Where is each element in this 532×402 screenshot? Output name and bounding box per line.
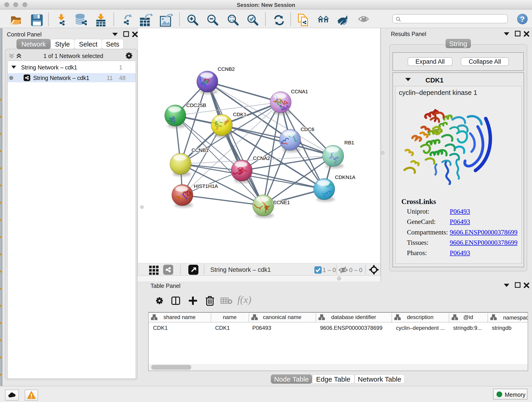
- svg-text:CCNE1: CCNE1: [273, 200, 290, 205]
- svg-text:HIST1H1A: HIST1H1A: [194, 183, 218, 189]
- svg-text:CDK1: CDK1: [233, 112, 247, 117]
- svg-text:CCNB2: CCNB2: [218, 66, 235, 72]
- svg-text:CDC25B: CDC25B: [186, 102, 206, 108]
- svg-text:CDKN1A: CDKN1A: [335, 174, 355, 180]
- svg-text:CCNA1: CCNA1: [291, 89, 308, 95]
- svg-text:CCNA2: CCNA2: [253, 155, 270, 161]
- svg-text:RB1: RB1: [344, 140, 354, 146]
- svg-text:CDC6: CDC6: [301, 127, 314, 132]
- svg-text:CCNB1: CCNB1: [191, 147, 209, 153]
